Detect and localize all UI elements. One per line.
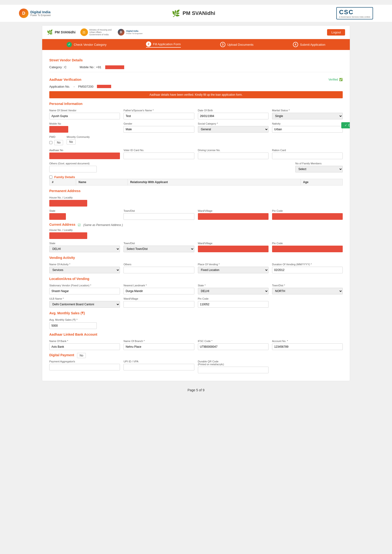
pwd-label: PWD — [49, 135, 63, 138]
perm-pin-input[interactable] — [272, 213, 343, 220]
curr-state-group: State DELHI — [49, 242, 120, 252]
pin-code-input[interactable] — [198, 301, 268, 308]
family-members-select[interactable]: Select12345 — [295, 166, 343, 173]
account-no-input[interactable] — [272, 343, 343, 350]
digital-payment-title: Digital Payment — [49, 353, 74, 358]
pwd-value: No — [54, 140, 63, 145]
progress-step-1: ✓ Check Vendor Category — [67, 42, 106, 47]
location-town-group: Town/Dist * NORTH — [272, 284, 343, 294]
aadhaar-no-input[interactable] — [49, 152, 120, 159]
ward-village-input[interactable] — [124, 301, 194, 308]
pm-sva-icon: 🌿 — [172, 9, 180, 17]
perm-ward-input[interactable] — [198, 213, 268, 220]
branch-name-group: Name Of Branch * — [124, 340, 194, 350]
perm-town-input[interactable] — [124, 213, 194, 220]
family-members-group: No of Family Members Select12345 — [295, 162, 343, 173]
stationary-vendor-input[interactable] — [49, 288, 120, 294]
account-no-group: Account No. * — [272, 340, 343, 350]
branch-name-input[interactable] — [124, 343, 194, 350]
ulb-name-select[interactable]: Delhi Cantonment Board Cantoni — [49, 301, 120, 308]
mobile-value-redacted — [105, 65, 124, 69]
activity-name-select[interactable]: Services — [49, 267, 120, 273]
qr-code-input[interactable] — [198, 367, 268, 373]
application-no-label: Application No. — [49, 85, 70, 88]
mobile-label-pi: Mobile No — [49, 122, 120, 125]
location-area-title: Location/Area of Vending — [49, 277, 343, 282]
perm-house-label: House No. / Locality — [49, 196, 343, 199]
payment-aggregator-group: Payment Aggregator/s — [49, 360, 120, 370]
street-vendor-section-title: Street Vendor Details — [49, 58, 343, 63]
payment-aggregator-input[interactable] — [49, 364, 120, 370]
page-number: Page 5 of 9 — [188, 388, 204, 392]
mobile-input[interactable] — [49, 126, 68, 133]
perm-state-input[interactable] — [49, 213, 66, 220]
progress-step-4: 4 Submit Application — [293, 42, 325, 47]
father-name-group: Father's/Spouse's Name * — [124, 109, 194, 119]
others-doc-input[interactable] — [49, 166, 97, 173]
name-group: Name Of Street Vendor — [49, 109, 120, 119]
location-state-select[interactable]: DELHI — [198, 288, 268, 294]
perm-ward-label: Ward/Village — [198, 209, 268, 212]
bank-name-label: Name Of Bank * — [49, 340, 120, 342]
digital-india-icon: D — [19, 8, 28, 18]
application-no-redacted — [97, 85, 111, 88]
bank-name-group: Name Of Bank * — [49, 340, 120, 350]
curr-pin-input[interactable] — [272, 246, 343, 252]
digital-payment-header: Digital Payment No — [49, 353, 343, 358]
voter-id-input[interactable] — [124, 152, 194, 159]
place-vending-select[interactable]: Fixed Location Mobile — [198, 267, 268, 273]
step-circle-3: 3 — [220, 42, 225, 47]
bank-name-input[interactable] — [49, 343, 120, 350]
avg-sales-input[interactable] — [49, 322, 97, 329]
step-circle-4: 4 — [293, 42, 298, 47]
nativity-input[interactable] — [272, 126, 343, 133]
upi-input[interactable] — [124, 364, 194, 370]
curr-house-input[interactable] — [49, 232, 87, 239]
others-vending-input[interactable] — [124, 267, 194, 273]
minority-label: Minority Community — [67, 135, 90, 138]
logout-button[interactable]: Logout — [327, 29, 345, 35]
pin-code-label: Pin Code — [198, 297, 268, 300]
family-members-label: No of Family Members — [295, 162, 343, 165]
place-vending-label: Place Of Vending * — [198, 263, 268, 266]
category-label: Category : C — [49, 65, 67, 69]
driving-license-input[interactable] — [198, 152, 268, 159]
avg-sales-group: Avg. Monthly Sales (₹) * — [49, 318, 97, 329]
dob-input[interactable] — [198, 113, 268, 119]
marital-status-select[interactable]: SingleMarriedDivorced — [272, 113, 343, 119]
inner-pm-name: PM SVANidhi — [55, 30, 76, 34]
digital-india-logo: D Digital India Power To Empower — [19, 8, 51, 18]
ifsc-group: IFSC Code * — [198, 340, 268, 350]
duration-vending-label: Duration Of Vending (MM/YYYY) * — [272, 263, 343, 266]
name-label: Name Of Street Vendor — [49, 109, 120, 112]
curr-state-select[interactable]: DELHI — [49, 246, 120, 252]
nearest-landmark-group: Nearest Landmark * — [124, 284, 194, 294]
location-town-select[interactable]: NORTH — [272, 288, 343, 294]
digital-payment-toggle[interactable]: No — [77, 353, 86, 358]
pwd-checkbox[interactable] — [49, 139, 52, 146]
ration-card-input[interactable] — [272, 152, 343, 159]
father-name-input[interactable] — [124, 113, 194, 119]
activity-name-label: Name Of Activity * — [49, 263, 120, 266]
ifsc-input[interactable] — [198, 343, 268, 350]
stationary-vendor-label: Stationary Vendor (Fixed Location) * — [49, 284, 120, 287]
perm-town-group: Town/Dist — [124, 209, 194, 220]
perm-house-input[interactable] — [49, 200, 87, 207]
page-footer: Page 5 of 9 — [188, 388, 204, 392]
perm-addr-row-2: State Town/Dist Ward/Village Pin Code — [49, 209, 343, 220]
curr-ward-input[interactable] — [198, 246, 268, 252]
nearest-landmark-label: Nearest Landmark * — [124, 284, 194, 287]
duration-vending-input[interactable] — [272, 267, 343, 273]
personal-info-title: Personal Information — [49, 102, 343, 107]
stationary-vendor-group: Stationary Vendor (Fixed Location) * — [49, 284, 120, 294]
gender-input[interactable] — [124, 126, 194, 133]
personal-row-2: Mobile No Gender Social Category * Gener… — [49, 122, 343, 133]
name-input[interactable] — [49, 113, 120, 119]
driving-license-label: Driving License No. — [198, 149, 268, 152]
location-state-group: State * DELHI — [198, 284, 268, 294]
step-label-1: Check Vendor Category — [74, 43, 106, 46]
social-category-select[interactable]: GeneralSCSTOBC — [198, 126, 268, 133]
nearest-landmark-input[interactable] — [124, 288, 194, 294]
family-details-checkbox[interactable] — [49, 175, 52, 179]
curr-town-select[interactable]: Select Town/Dist — [124, 246, 194, 252]
